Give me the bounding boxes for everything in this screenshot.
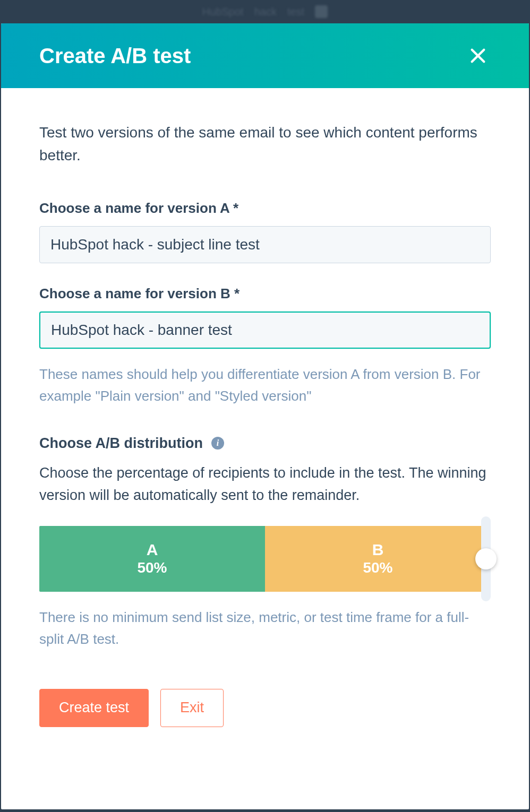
segment-a-percent: 50% xyxy=(137,559,167,576)
bg-word: HubSpot xyxy=(202,6,244,18)
segment-a-label: A xyxy=(147,541,158,559)
distribution-heading: Choose A/B distribution xyxy=(39,435,203,452)
background-breadcrumb: HubSpot hack test xyxy=(0,0,530,23)
distribution-slider[interactable]: A 50% B 50% xyxy=(39,526,491,592)
bg-badge xyxy=(315,5,328,18)
intro-text: Test two versions of the same email to s… xyxy=(39,121,491,167)
version-a-label: Choose a name for version A * xyxy=(39,200,491,217)
create-ab-test-modal: Create A/B test Test two versions of the… xyxy=(1,23,529,809)
names-help-text: These names should help you differentiat… xyxy=(39,364,491,408)
distribution-description: Choose the percentage of recipients to i… xyxy=(39,462,491,507)
distribution-bar: A 50% B 50% xyxy=(39,526,491,592)
segment-b-label: B xyxy=(372,541,384,559)
segment-b: B 50% xyxy=(265,526,491,592)
modal-header: Create A/B test xyxy=(1,23,529,88)
create-test-button[interactable]: Create test xyxy=(39,689,149,727)
modal-body: Test two versions of the same email to s… xyxy=(1,88,529,809)
version-b-name-field: Choose a name for version B * xyxy=(39,286,491,349)
exit-button[interactable]: Exit xyxy=(160,689,224,727)
distribution-heading-row: Choose A/B distribution i xyxy=(39,435,491,452)
version-a-input[interactable] xyxy=(39,226,491,263)
bg-word: hack xyxy=(254,6,277,18)
segment-b-percent: 50% xyxy=(363,559,392,576)
version-b-input[interactable] xyxy=(39,312,491,349)
modal-title: Create A/B test xyxy=(39,44,191,68)
modal-footer-actions: Create test Exit xyxy=(39,689,491,727)
segment-a: A 50% xyxy=(39,526,265,592)
info-icon[interactable]: i xyxy=(211,437,224,450)
distribution-note: There is no minimum send list size, metr… xyxy=(39,607,491,651)
bg-word: test xyxy=(287,6,304,18)
close-button[interactable] xyxy=(465,43,491,68)
version-a-name-field: Choose a name for version A * xyxy=(39,200,491,263)
slider-handle[interactable] xyxy=(475,548,497,569)
version-b-label: Choose a name for version B * xyxy=(39,286,491,302)
close-icon xyxy=(469,47,487,65)
